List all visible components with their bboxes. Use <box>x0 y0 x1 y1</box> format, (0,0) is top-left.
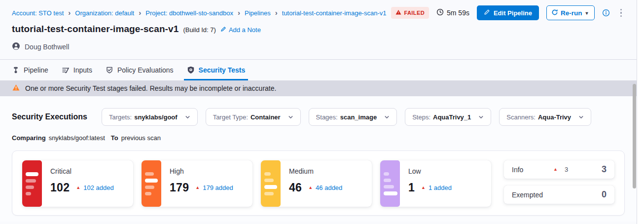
filter-bar: Targets:snyklabs/goofTarget Type:Contain… <box>102 108 591 126</box>
tab-label: Inputs <box>73 66 92 74</box>
severity-bar-chart-icon <box>380 160 400 207</box>
severity-bar-line <box>384 179 391 182</box>
severity-card-medium: Medium46▲46 added <box>261 160 372 207</box>
up-triangle-icon: ▲ <box>421 186 426 190</box>
severity-delta-label: 46 added <box>316 184 342 191</box>
policy-shield-check-icon <box>106 66 113 74</box>
severity-bar-line <box>264 185 277 189</box>
breadcrumb-link-pipelines[interactable]: Pipelines <box>245 9 271 17</box>
section-heading: Security Executions <box>12 112 87 121</box>
severity-bar-chart-icon <box>142 160 161 207</box>
author-name: Doug Bothwell <box>25 43 69 51</box>
summary-count: 0 <box>602 189 607 200</box>
comparing-to-label: To <box>111 134 118 142</box>
filter-label: Targets: <box>109 113 132 121</box>
edit-pipeline-label: Edit Pipeline <box>494 9 532 17</box>
breadcrumb-link-organization[interactable]: Organization: default <box>75 9 134 17</box>
severity-bar-line <box>264 192 274 195</box>
status-badge: FAILED <box>391 7 429 19</box>
breadcrumb-separator-icon: › <box>238 9 240 17</box>
severity-count: 179 <box>170 181 189 194</box>
severity-label: Medium <box>289 167 365 175</box>
execution-header: Account: STO test›Organization: default›… <box>0 0 637 59</box>
breadcrumb-separator-icon: › <box>275 9 278 17</box>
kebab-menu-icon[interactable] <box>617 7 625 19</box>
up-triangle-icon: ▲ <box>553 167 558 172</box>
summary-card-exempted: Exempted0 <box>504 186 614 204</box>
summary-card-info: Info▲33 <box>504 160 614 179</box>
breadcrumb-link-account[interactable]: Account: STO test <box>12 9 64 17</box>
pencil-icon <box>220 26 226 34</box>
pencil-icon <box>484 9 490 17</box>
severity-label: Critical <box>50 167 126 175</box>
add-note-link[interactable]: Add a Note <box>220 26 261 34</box>
severity-delta: ▲1 added <box>421 184 452 191</box>
tab-bar: PipelineInputsPolicy EvaluationsSecurity… <box>0 59 637 80</box>
summary-count: 3 <box>602 164 607 175</box>
severity-bar-line <box>145 186 154 189</box>
tab-label: Pipeline <box>24 66 48 74</box>
filter-label: Scanners: <box>506 113 536 121</box>
security-shield-icon <box>187 66 195 74</box>
filter-value: AquaTrivy_1 <box>433 113 471 121</box>
summary-delta: ▲3 <box>553 166 568 173</box>
severity-bar-line <box>26 172 38 176</box>
filter-scanners--dropdown[interactable]: Scanners:Aqua-Trivy <box>499 108 591 126</box>
severity-bar-line <box>26 186 34 189</box>
severity-card-high: High179▲179 added <box>142 160 252 207</box>
refresh-icon <box>551 9 558 17</box>
chevron-down-icon <box>184 114 191 120</box>
severity-bar-line <box>264 172 271 176</box>
filter-target-type--dropdown[interactable]: Target Type:Container <box>206 108 301 126</box>
chevron-down-icon <box>578 114 584 120</box>
rerun-caret-icon[interactable]: ▾ <box>584 9 589 17</box>
tab-label: Policy Evaluations <box>117 66 174 74</box>
add-note-label: Add a Note <box>229 26 261 34</box>
up-triangle-icon: ▲ <box>195 186 200 190</box>
edit-pipeline-button[interactable]: Edit Pipeline <box>477 5 539 20</box>
breadcrumb-link-tutorial-test-container-image-scan-v1[interactable]: tutorial-test-container-image-scan-v1 <box>282 9 387 17</box>
clock-icon <box>436 8 444 17</box>
severity-delta-label: 179 added <box>203 184 233 191</box>
filter-stages--dropdown[interactable]: Stages:scan_image <box>309 108 397 126</box>
severity-summary-panel: Critical102▲102 addedHigh179▲179 addedMe… <box>12 150 625 216</box>
severity-card-critical: Critical102▲102 added <box>22 160 133 207</box>
severity-card-low: Low1▲1 added <box>380 160 491 207</box>
severity-bar-line <box>26 179 36 183</box>
tab-security-tests[interactable]: Security Tests <box>187 60 246 80</box>
severity-bar-line <box>264 179 274 182</box>
severity-bar-line <box>384 172 389 176</box>
tab-policy-evaluations[interactable]: Policy Evaluations <box>106 60 174 80</box>
vertical-scrollbar[interactable] <box>633 84 636 188</box>
page-title: tutorial-test-container-image-scan-v1 <box>12 24 179 35</box>
status-badge-label: FAILED <box>404 10 425 16</box>
severity-bar-chart-icon <box>22 160 42 207</box>
severity-delta: ▲179 added <box>195 184 233 191</box>
filter-label: Target Type: <box>213 113 248 121</box>
comparing-baseline: previous scan <box>121 134 161 142</box>
severity-bar-line <box>384 191 397 195</box>
breadcrumb-link-project[interactable]: Project: dbothwell-sto-sandbox <box>145 9 233 17</box>
severity-bar-line <box>26 192 31 195</box>
up-triangle-icon: ▲ <box>308 186 313 190</box>
info-circle-icon[interactable] <box>602 9 610 17</box>
severity-bar-chart-icon <box>261 160 281 207</box>
security-tests-panel: Security Executions Targets:snyklabs/goo… <box>0 96 637 222</box>
severity-cards-row: Critical102▲102 addedHigh179▲179 addedMe… <box>22 160 491 206</box>
filter-value: scan_image <box>340 113 377 121</box>
rerun-label: Re-run <box>561 9 582 17</box>
tab-inputs[interactable]: Inputs <box>62 60 92 80</box>
filter-value: Container <box>250 113 281 121</box>
breadcrumb: Account: STO test›Organization: default›… <box>12 9 386 17</box>
duration: 5m 59s <box>436 8 469 17</box>
filter-targets--dropdown[interactable]: Targets:snyklabs/goof <box>102 108 198 126</box>
summary-delta-value: 3 <box>565 166 568 173</box>
warning-triangle-icon <box>12 84 20 93</box>
warning-banner-message: One or more Security Test stages failed.… <box>25 84 276 92</box>
filter-steps--dropdown[interactable]: Steps:AquaTrivy_1 <box>405 108 491 126</box>
severity-bar-line <box>145 179 158 183</box>
tab-pipeline[interactable]: Pipeline <box>12 60 48 80</box>
breadcrumb-separator-icon: › <box>139 9 141 17</box>
severity-count: 102 <box>50 181 70 194</box>
rerun-button[interactable]: Re-run ▾ <box>546 5 595 20</box>
